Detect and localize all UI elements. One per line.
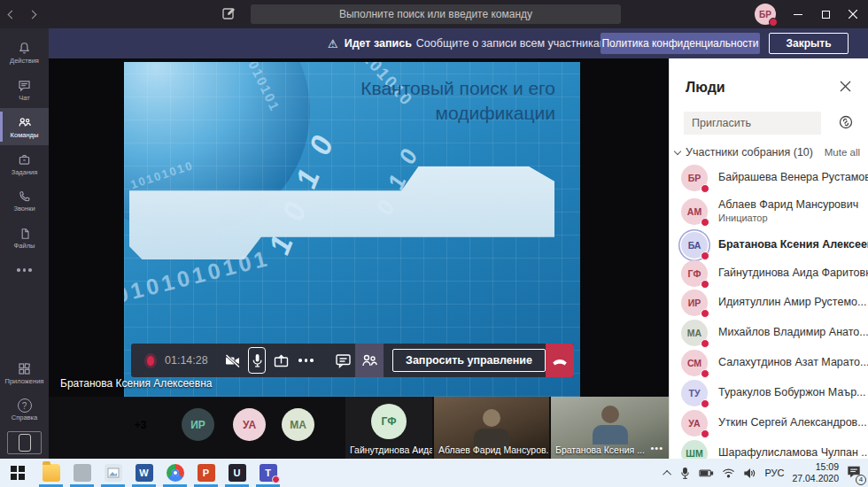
- teams-window: БР ⚠ Идет запись Сообщите о записи всем …: [0, 0, 868, 487]
- taskbar-notebook-app[interactable]: [66, 459, 97, 487]
- participants-section-header[interactable]: Участники собрания (10) Mute all: [670, 145, 868, 161]
- notification-dot: [272, 475, 280, 483]
- taskbar-file-explorer[interactable]: [35, 459, 66, 487]
- tile-more-icon[interactable]: •••: [650, 443, 663, 453]
- title-bar: БР: [0, 0, 868, 28]
- action-center-icon[interactable]: 4: [847, 465, 861, 482]
- bell-icon: [17, 41, 32, 56]
- taskbar-teams[interactable]: T: [252, 459, 283, 487]
- request-control-button[interactable]: Запросить управление: [392, 349, 546, 372]
- people-panel-title: Люди: [686, 80, 725, 96]
- meeting-timer: 01:14:28: [165, 354, 208, 367]
- slide-title-band: [129, 166, 554, 259]
- chat-toggle-button[interactable]: [330, 344, 355, 377]
- panel-close-icon[interactable]: [840, 80, 856, 96]
- forward-icon[interactable]: [28, 10, 37, 19]
- intellij-icon: U: [229, 464, 246, 482]
- share-screen-button[interactable]: [269, 344, 294, 377]
- taskbar-chrome[interactable]: [159, 459, 190, 487]
- invite-input[interactable]: [684, 112, 821, 135]
- copy-link-icon[interactable]: [838, 114, 854, 134]
- sidebar-more-button[interactable]: [0, 257, 49, 283]
- participant-tile[interactable]: ГФ Гайнутдинова Аида Фари...: [345, 397, 432, 459]
- slide-title: Квантовый поиск и его модификации: [360, 76, 555, 126]
- presence-busy-dot: [701, 218, 709, 227]
- participant-row-selected[interactable]: БА Братанова Ксения Алексеевна: [670, 231, 868, 259]
- participant-row[interactable]: УА Уткин Сергей Александров...: [670, 408, 868, 438]
- participant-row[interactable]: АМ Аблаев Фарид МансуровичИнициатор: [670, 192, 868, 231]
- sidebar-item-activity[interactable]: Действия: [0, 34, 49, 71]
- close-button[interactable]: [838, 0, 868, 28]
- search-input[interactable]: [251, 4, 621, 24]
- minimize-button[interactable]: [783, 0, 813, 28]
- taskbar-intellij[interactable]: U: [221, 459, 252, 487]
- banner-close-button[interactable]: Закрыть: [769, 33, 849, 54]
- people-toggle-button[interactable]: [355, 344, 384, 377]
- participant-video-tile[interactable]: Братанова Ксения ... •••: [551, 397, 669, 459]
- participant-row[interactable]: БР Байрашева Венера Рустамовна: [670, 164, 868, 192]
- participant-role: Инициатор: [718, 213, 858, 225]
- sidebar-item-files[interactable]: Файлы: [0, 220, 49, 257]
- sidebar-item-calls[interactable]: Звонки: [0, 182, 49, 220]
- participant-video-tile[interactable]: Аблаев Фарид Мансуров...: [434, 397, 549, 459]
- taskbar-powerpoint[interactable]: P: [190, 459, 221, 487]
- sidebar-item-chat[interactable]: Чат: [0, 71, 49, 108]
- mobile-app-button[interactable]: [7, 431, 42, 454]
- app-rail: Действия Чат Команды Задания Звонки Файл…: [0, 28, 49, 459]
- sidebar-item-help[interactable]: ? Справка: [0, 391, 49, 429]
- taskbar-word[interactable]: W: [128, 459, 159, 487]
- video-silhouette: [593, 406, 628, 444]
- participant-row[interactable]: ТУ Туракулов Бобуржон Маър...: [670, 378, 868, 408]
- participant-row[interactable]: ШМ Шарафулисламова Чулпан ...: [670, 438, 868, 459]
- language-indicator[interactable]: РУС: [764, 468, 784, 478]
- compose-icon[interactable]: [221, 6, 236, 25]
- people-icon: [360, 351, 379, 370]
- chevron-down-icon: [674, 148, 681, 155]
- notebook-app-icon: [74, 464, 91, 482]
- recording-banner-title: Идет запись: [345, 37, 412, 50]
- back-icon[interactable]: [8, 10, 17, 19]
- briefcase-icon: [17, 152, 32, 167]
- windows-logo-icon: [11, 466, 25, 480]
- recording-banner-message: Сообщите о записи всем участникам.: [416, 37, 610, 50]
- presence-busy-dot: [701, 309, 709, 318]
- recording-banner: ⚠ Идет запись Сообщите о записи всем уча…: [49, 28, 868, 58]
- taskbar-photo-viewer[interactable]: [97, 459, 128, 487]
- participant-list: БР Байрашева Венера Рустамовна АМ Аблаев…: [670, 164, 868, 459]
- participants-section-label: Участники собрания (10): [686, 146, 813, 158]
- more-options-button[interactable]: [294, 344, 319, 377]
- recording-indicator: [147, 356, 154, 366]
- sidebar-item-teams[interactable]: Команды: [0, 108, 49, 145]
- tray-volume-icon[interactable]: [743, 468, 756, 479]
- participant-avatar[interactable]: УА: [233, 408, 266, 441]
- sidebar-item-apps[interactable]: Приложения: [0, 354, 49, 391]
- tray-wifi-icon[interactable]: [722, 468, 735, 478]
- restore-button[interactable]: [810, 0, 841, 28]
- hang-up-button[interactable]: [546, 344, 574, 377]
- participant-row[interactable]: ГФ Гайнутдинова Аида Фаритовна: [670, 259, 868, 288]
- participant-avatar[interactable]: МА: [282, 408, 314, 441]
- chrome-icon: [167, 464, 184, 482]
- participant-row[interactable]: МА Михайлов Владимир Анато...: [670, 318, 868, 348]
- privacy-policy-button[interactable]: Политика конфиденциальности: [601, 33, 760, 54]
- overflow-participants-avatar[interactable]: +3: [124, 408, 157, 441]
- user-avatar[interactable]: БР: [755, 4, 776, 25]
- participant-tile-label: Братанова Ксения ...: [555, 444, 645, 455]
- tray-mic-icon[interactable]: [679, 467, 691, 480]
- mobile-phone-icon: [19, 434, 31, 452]
- participant-avatar[interactable]: ИР: [182, 408, 214, 441]
- start-button[interactable]: [0, 459, 35, 487]
- tray-expand-icon[interactable]: [663, 469, 672, 478]
- participant-row[interactable]: СМ Салахутдинов Азат Марато...: [670, 348, 868, 378]
- people-panel: Люди Участники собрания (10) Mute all БР…: [669, 58, 868, 459]
- participant-filmstrip: +3 ИР УА МА ГФ Гайнутдинова Аида Фари...…: [49, 397, 669, 459]
- word-icon: W: [136, 464, 153, 482]
- tray-battery-icon[interactable]: [699, 468, 714, 478]
- camera-off-button[interactable]: [221, 344, 245, 377]
- microphone-button[interactable]: [244, 344, 269, 377]
- mute-all-button[interactable]: Mute all: [825, 147, 860, 158]
- taskbar-clock[interactable]: 15:09 27.04.2020: [792, 461, 839, 484]
- sidebar-item-assignments[interactable]: Задания: [0, 145, 49, 182]
- hang-up-icon: [550, 351, 570, 370]
- participant-row[interactable]: ИР Идиятуллин Амир Рустемо...: [670, 288, 868, 318]
